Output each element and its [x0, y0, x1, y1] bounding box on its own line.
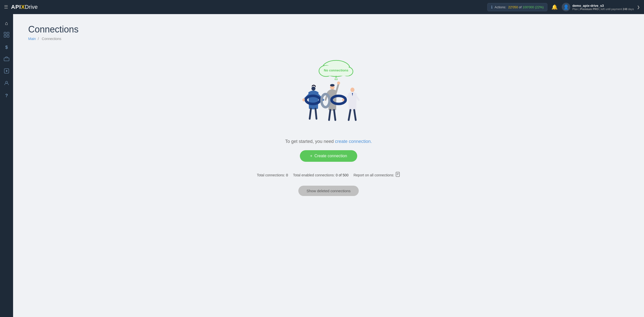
sidebar-item-profile[interactable] [2, 78, 12, 89]
svg-rect-37 [396, 172, 399, 177]
center-section: No connections [28, 51, 629, 196]
logo-drive: Drive [25, 4, 37, 10]
actions-total: 100'000 [522, 5, 534, 9]
svg-line-31 [329, 110, 330, 120]
svg-rect-1 [7, 32, 9, 34]
briefcase-icon [4, 57, 9, 62]
svg-rect-3 [7, 35, 9, 37]
create-connection-button[interactable]: + Create connection [300, 150, 357, 162]
svg-line-25 [354, 110, 356, 120]
sidebar-item-tools[interactable] [2, 54, 12, 64]
bell-icon[interactable]: 🔔 [551, 4, 558, 10]
actions-label: Actions: [495, 5, 506, 9]
plus-icon: + [310, 154, 312, 158]
topnav-center: ℹ Actions: 22'050 of 100'000 (22%) 🔔 👤 d… [487, 3, 640, 11]
empty-state-text: To get started, you need create connecti… [285, 139, 372, 144]
show-deleted-label: Show deleted connections [306, 189, 350, 193]
svg-line-32 [334, 110, 335, 120]
topnav-left: ☰ API X Drive [4, 4, 38, 10]
avatar: 👤 [562, 3, 570, 11]
svg-line-28 [336, 84, 339, 92]
page-title: Connections [28, 24, 629, 35]
create-connection-label: Create connection [314, 154, 347, 158]
question-icon: ? [5, 93, 8, 98]
actions-used: 22'050 [508, 5, 518, 9]
report-stat: Report on all connections: [353, 172, 400, 178]
home-icon: ⌂ [5, 20, 8, 26]
actions-of: of [519, 5, 522, 9]
logo-x: X [21, 4, 25, 10]
create-connection-link[interactable]: create connection. [335, 139, 372, 144]
empty-state-prefix: To get started, you need [285, 139, 335, 144]
main-content: Connections Main / Connections [13, 14, 644, 317]
svg-rect-4 [4, 58, 9, 61]
sidebar-item-connections[interactable] [2, 30, 12, 40]
user-name: demo_apix-drive_s3 [572, 4, 634, 8]
svg-point-7 [6, 81, 8, 83]
svg-point-15 [311, 87, 315, 91]
show-deleted-connections-button[interactable]: Show deleted connections [298, 186, 358, 196]
breadcrumb-main[interactable]: Main [28, 37, 36, 41]
enabled-connections-label: Total enabled connections: [293, 173, 335, 177]
dollar-icon: $ [5, 45, 8, 50]
actions-badge: ℹ Actions: 22'050 of 100'000 (22%) [487, 3, 547, 11]
svg-line-23 [356, 96, 359, 100]
stats-row: Total connections: 0 Total enabled conne… [257, 172, 400, 178]
actions-pct: (22%) [535, 5, 544, 9]
info-icon: ℹ [491, 5, 493, 10]
breadcrumb: Main / Connections [28, 37, 629, 41]
report-label: Report on all connections: [353, 173, 394, 177]
sidebar-item-media[interactable] [2, 66, 12, 76]
actions-count: 22'050 of 100'000 (22%) [508, 5, 544, 9]
svg-rect-0 [4, 32, 6, 34]
breadcrumb-current: Connections [42, 37, 61, 41]
total-connections-value: 0 [286, 173, 288, 177]
hamburger-icon[interactable]: ☰ [4, 4, 8, 10]
enabled-connections-value: 0 of 500 [336, 173, 349, 177]
svg-point-21 [350, 88, 354, 92]
main-layout: ⌂ $ [0, 14, 644, 317]
logo-api: API [11, 4, 21, 10]
svg-text:No connections: No connections [324, 68, 348, 72]
svg-line-19 [315, 109, 316, 119]
svg-rect-2 [4, 35, 6, 37]
breadcrumb-separator: / [38, 37, 39, 41]
user-section[interactable]: 👤 demo_apix-drive_s3 Plan | Premium PRO … [562, 3, 640, 11]
sidebar: ⌂ $ [0, 14, 13, 317]
play-icon [4, 68, 9, 75]
topnav: ☰ API X Drive ℹ Actions: 22'050 of 100'0… [0, 0, 644, 14]
svg-point-30 [337, 82, 340, 85]
user-icon [4, 81, 9, 87]
logo: API X Drive [11, 4, 38, 10]
svg-point-33 [330, 84, 335, 87]
user-info: demo_apix-drive_s3 Plan | Premium PRO | … [572, 4, 634, 11]
svg-line-18 [310, 109, 311, 119]
total-connections-stat: Total connections: 0 [257, 173, 288, 177]
chevron-down-icon: ❯ [637, 5, 640, 9]
user-plan: Plan | Premium PRO | left until payment … [572, 8, 634, 11]
connections-icon [4, 32, 9, 39]
sidebar-item-billing[interactable]: $ [2, 42, 12, 52]
total-connections-label: Total connections: [257, 173, 285, 177]
sidebar-item-home[interactable]: ⌂ [2, 18, 12, 28]
report-icon[interactable] [395, 172, 400, 178]
enabled-connections-stat: Total enabled connections: 0 of 500 [293, 173, 348, 177]
illustration: No connections [286, 56, 371, 131]
sidebar-item-help[interactable]: ? [2, 91, 12, 101]
svg-marker-6 [6, 70, 8, 72]
svg-line-24 [349, 110, 350, 120]
